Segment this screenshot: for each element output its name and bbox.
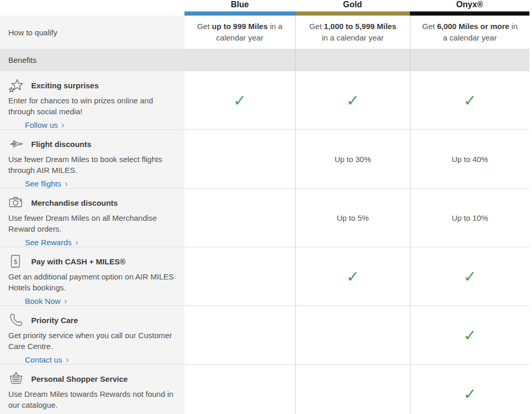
benefit-description: Use Dream Miles towards Rewards not foun…	[8, 389, 177, 410]
qualify-cell-onyx: Get 6,000 Miles or more in a calendar ye…	[410, 16, 529, 49]
benefits-band-gold	[295, 49, 410, 71]
benefit-link-label: See flights	[25, 179, 61, 188]
benefit-feature-cell: Merchandise discountsUse fewer Dream Mil…	[0, 189, 184, 247]
tier-comparison-table: Blue Gold Onyx® How to qualify Get up to…	[0, 0, 529, 414]
star-icon	[8, 77, 24, 93]
tier-value-cell: Up to 40%	[410, 130, 529, 189]
tier-color-bar	[295, 11, 410, 16]
camera-icon	[8, 195, 25, 210]
tier-header-blue: Blue	[184, 0, 295, 16]
benefits-section-label: Benefits	[0, 49, 184, 71]
chevron-right-icon: ›	[64, 297, 66, 305]
tier-color-bar	[410, 11, 529, 16]
benefit-description: Enter for chances to win prizes online a…	[8, 95, 177, 117]
check-icon: ✓	[184, 71, 295, 130]
tier-value-cell	[184, 306, 295, 365]
benefit-title: Merchandise discounts	[31, 198, 118, 207]
receipt-icon: $	[8, 253, 25, 269]
tier-header-onyx: Onyx®	[410, 0, 529, 16]
qualify-cell-gold: Get 1,000 to 5,999 Miles in a calendar y…	[295, 16, 410, 49]
airplane-icon	[8, 136, 25, 152]
svg-text:$: $	[14, 258, 18, 265]
tier-value-cell	[295, 306, 410, 365]
benefit-title: Priority Care	[31, 316, 78, 325]
benefit-description: Get priority service when you call our C…	[8, 330, 177, 352]
benefit-description: Use fewer Dream Miles on all Merchandise…	[8, 212, 177, 234]
benefit-description: Get an additional payment option on AIR …	[8, 271, 177, 293]
phone-icon	[8, 312, 25, 328]
tier-value-cell	[184, 365, 295, 414]
receipt-icon: $	[8, 253, 24, 269]
tier-value-cell	[295, 365, 410, 414]
benefits-band-onyx	[410, 49, 529, 71]
tier-value-cell	[184, 130, 295, 189]
benefit-link-label: Follow us	[25, 121, 58, 129]
benefit-feature-cell: Flight discountsUse fewer Dream Miles to…	[0, 130, 184, 189]
benefit-link[interactable]: Book Now›	[25, 297, 67, 305]
chevron-right-icon: ›	[75, 238, 78, 247]
benefit-title: Pay with CASH + MILES®	[31, 257, 126, 266]
chevron-right-icon: ›	[65, 180, 68, 188]
benefits-band-blue	[184, 49, 295, 71]
benefit-title: Exciting surprises	[31, 81, 99, 90]
check-icon: ✓	[410, 247, 529, 306]
tier-name: Blue	[184, 0, 295, 9]
benefit-feature-cell: Priority CareGet priority service when y…	[0, 306, 184, 365]
benefit-link[interactable]: Contact us›	[25, 355, 69, 364]
tier-name: Gold	[295, 0, 410, 9]
phone-icon	[8, 312, 24, 328]
airplane-icon	[8, 136, 24, 152]
benefit-link-label: Contact us	[25, 355, 62, 364]
qualify-cell-blue: Get up to 999 Miles in a calendar year	[184, 16, 295, 49]
tier-value-cell: Up to 10%	[410, 189, 529, 247]
chevron-right-icon: ›	[66, 356, 69, 364]
tier-name: Onyx®	[410, 0, 529, 9]
basket-icon	[8, 371, 24, 386]
check-icon: ✓	[295, 247, 410, 306]
header-spacer	[0, 0, 184, 16]
benefit-link[interactable]: See flights›	[25, 179, 68, 188]
check-icon: ✓	[410, 306, 529, 365]
tier-value-cell: Up to 30%	[295, 130, 410, 189]
benefit-feature-cell: $ Pay with CASH + MILES®Get an additiona…	[0, 247, 184, 306]
camera-icon	[8, 195, 24, 210]
benefit-feature-cell: Personal Shopper ServiceUse Dream Miles …	[0, 365, 184, 414]
benefit-title: Flight discounts	[31, 140, 91, 149]
benefit-title: Personal Shopper Service	[31, 375, 128, 383]
tier-color-bar	[184, 11, 295, 16]
benefit-link-label: Book Now	[25, 297, 60, 305]
benefit-link-label: See Rewards	[25, 238, 72, 247]
benefit-feature-cell: Exciting surprisesEnter for chances to w…	[0, 71, 184, 130]
benefit-link[interactable]: Follow us›	[25, 121, 64, 129]
benefit-description: Use fewer Dream Miles to book select fli…	[8, 154, 177, 176]
check-icon: ✓	[410, 71, 529, 130]
tier-value-cell	[184, 189, 295, 247]
check-icon: ✓	[410, 365, 529, 414]
check-icon: ✓	[295, 71, 410, 130]
benefit-link[interactable]: See Rewards›	[25, 238, 78, 247]
how-to-qualify-label: How to qualify	[0, 16, 184, 49]
tier-value-cell: Up to 5%	[295, 189, 410, 247]
basket-icon	[8, 371, 25, 386]
tier-header-gold: Gold	[295, 0, 410, 16]
star-icon	[8, 77, 25, 93]
tier-value-cell	[184, 247, 295, 306]
chevron-right-icon: ›	[61, 121, 64, 129]
